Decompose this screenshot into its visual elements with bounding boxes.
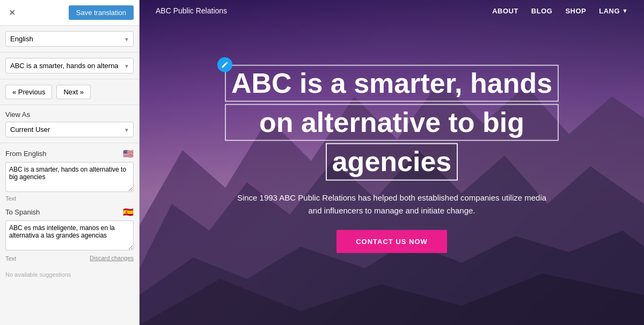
save-translation-button[interactable]: Save translation <box>69 5 134 20</box>
hero-background: ABC Public Relations ABOUT BLOG SHOP LAN… <box>140 0 644 325</box>
language-select-wrapper: English Spanish French ▼ <box>5 31 134 47</box>
to-field-type: Text <box>5 255 16 262</box>
close-button[interactable]: ✕ <box>5 6 19 19</box>
to-lang-header: To Spanish 🇪🇸 <box>5 207 134 217</box>
hero-content: ABC is a smarter, hands on alternative t… <box>204 65 580 253</box>
language-select-section: English Spanish French ▼ <box>0 26 139 53</box>
view-as-select[interactable]: Current User <box>5 122 134 137</box>
to-text-area[interactable] <box>5 220 134 250</box>
edit-icon-button[interactable] <box>217 57 232 72</box>
from-field-type: Text <box>5 195 134 202</box>
from-text-area[interactable]: ABC is a smarter, hands on alternative t… <box>5 162 134 192</box>
pencil-icon <box>221 61 229 69</box>
to-lang-label: To Spanish <box>5 208 40 216</box>
hero-title-line2: on alternative to big <box>225 104 559 141</box>
site-logo: ABC Public Relations <box>156 6 227 15</box>
hero-title-wrapper: ABC is a smarter, hands on alternative t… <box>225 65 559 181</box>
hero-title-line3: agencies <box>326 143 458 180</box>
view-as-label: View As <box>5 110 134 119</box>
lang-chevron-icon: ▼ <box>622 8 628 14</box>
to-language-section: To Spanish 🇪🇸 Text Discard changes <box>0 207 139 267</box>
nav-buttons-section: « Previous Next » <box>0 79 139 105</box>
nav-shop[interactable]: SHOP <box>565 7 586 15</box>
hero-title-line1: ABC is a smarter, hands <box>225 65 559 102</box>
nav-lang-dropdown[interactable]: LANG ▼ <box>599 7 628 15</box>
nav-links: ABOUT BLOG SHOP LANG ▼ <box>492 7 628 15</box>
previous-button[interactable]: « Previous <box>5 85 52 99</box>
translation-panel: ✕ Save translation English Spanish Frenc… <box>0 0 140 325</box>
string-select-section: ABC is a smarter, hands on alternative t… <box>0 53 139 79</box>
nav-about[interactable]: ABOUT <box>492 7 518 15</box>
language-select[interactable]: English Spanish French <box>5 31 134 47</box>
from-lang-label: From English <box>5 150 47 158</box>
panel-header: ✕ Save translation <box>0 0 139 26</box>
nav-blog[interactable]: BLOG <box>531 7 553 15</box>
cta-button[interactable]: CONTACT US NOW <box>336 230 447 253</box>
from-flag-icon: 🇺🇸 <box>123 149 134 159</box>
discard-changes-link[interactable]: Discard changes <box>90 255 134 261</box>
nav-lang-label: LANG <box>599 7 620 15</box>
to-flag-icon: 🇪🇸 <box>123 207 134 217</box>
main-website-area: ABC Public Relations ABOUT BLOG SHOP LAN… <box>140 0 644 325</box>
string-select[interactable]: ABC is a smarter, hands on alternative t… <box>5 58 134 73</box>
website-nav: ABC Public Relations ABOUT BLOG SHOP LAN… <box>140 0 644 21</box>
from-lang-header: From English 🇺🇸 <box>5 149 134 159</box>
next-button[interactable]: Next » <box>56 85 91 99</box>
hero-subtitle: Since 1993 ABC Public Relations has help… <box>204 191 580 217</box>
from-language-section: From English 🇺🇸 ABC is a smarter, hands … <box>0 143 139 207</box>
suggestions-section: No available suggestions <box>0 267 139 282</box>
view-as-select-wrapper: Current User ▼ <box>5 122 134 137</box>
view-as-section: View As Current User ▼ <box>0 105 139 143</box>
string-select-wrapper: ABC is a smarter, hands on alternative t… <box>5 58 134 73</box>
